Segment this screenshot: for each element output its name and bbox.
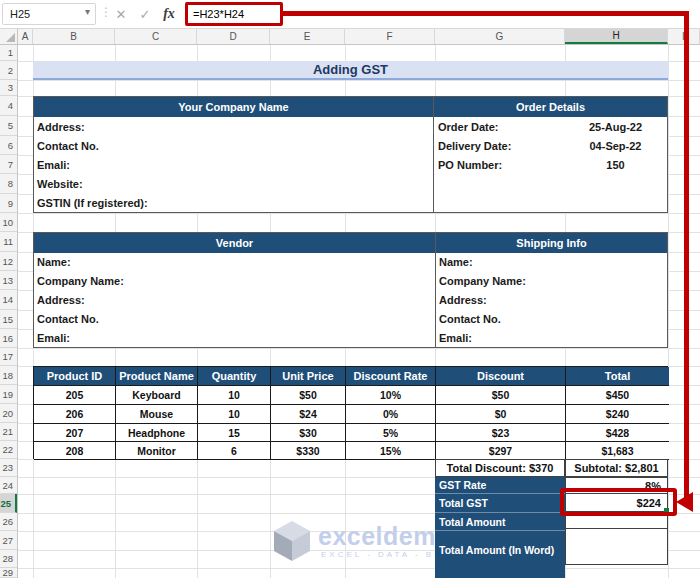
formula-input[interactable]: =H23*H24 [185, 2, 283, 26]
cell-r3-rate[interactable]: 5% [346, 424, 436, 442]
column-header-c[interactable]: C [115, 29, 197, 44]
column-header-h[interactable]: H [565, 29, 668, 44]
column-header-g[interactable]: G [435, 29, 565, 44]
cell-r2-discount[interactable]: $0 [436, 405, 566, 424]
col-total[interactable]: Total [566, 367, 669, 386]
row-header-29[interactable]: 29 [0, 568, 17, 578]
cell-r3-id[interactable]: 207 [34, 424, 116, 442]
subtotal-cell[interactable]: Subtotal: $2,801 [565, 459, 668, 477]
vendor-field-contact[interactable]: Contact No. [34, 309, 435, 328]
row-header-1[interactable]: 1 [0, 45, 17, 61]
shipping-field-address[interactable]: Address: [436, 291, 667, 310]
vendor-field-address[interactable]: Address: [34, 291, 435, 310]
cell-r2-qty[interactable]: 10 [198, 405, 271, 424]
delivery-date-row[interactable]: Delivery Date: 04-Sep-22 [434, 136, 667, 155]
gst-rate-label[interactable]: GST Rate [435, 477, 565, 494]
vendor-field-email[interactable]: Emali: [34, 328, 435, 347]
enter-icon[interactable]: ✓ [134, 4, 156, 24]
row-header-20[interactable]: 20 [0, 404, 17, 423]
cell-r4-rate[interactable]: 15% [346, 442, 436, 460]
col-discount[interactable]: Discount [436, 367, 566, 386]
select-all-corner[interactable] [0, 29, 18, 44]
shipping-field-email[interactable]: Emali: [436, 328, 667, 347]
company-field-gstin[interactable]: GSTIN (If registered): [34, 193, 433, 212]
cell-r1-total[interactable]: $450 [566, 386, 669, 405]
cell-r1-discount[interactable]: $50 [436, 386, 566, 405]
vendor-header[interactable]: Vendor [34, 233, 435, 253]
row-header-25[interactable]: 25 [0, 494, 17, 513]
row-header-22[interactable]: 22 [0, 441, 17, 459]
company-field-contact[interactable]: Contact No. [34, 136, 433, 155]
cell-r4-qty[interactable]: 6 [198, 442, 271, 460]
row-header-14[interactable]: 14 [0, 290, 17, 310]
cell-r2-price[interactable]: $24 [271, 405, 346, 424]
cell-r4-total[interactable]: $1,683 [566, 442, 669, 460]
row-header-17[interactable]: 17 [0, 348, 17, 366]
row-header-13[interactable]: 13 [0, 271, 17, 290]
vendor-field-name[interactable]: Name: [34, 253, 435, 272]
row-header-18[interactable]: 18 [0, 366, 17, 385]
col-product-name[interactable]: Product Name [116, 367, 198, 386]
row-header-23[interactable]: 23 [0, 459, 17, 477]
row-header-5[interactable]: 5 [0, 116, 17, 136]
row-header-19[interactable]: 19 [0, 385, 17, 404]
total-gst-label[interactable]: Total GST [435, 494, 565, 513]
row-header-6[interactable]: 6 [0, 136, 17, 155]
cell-r1-price[interactable]: $50 [271, 386, 346, 405]
column-header-d[interactable]: D [197, 29, 270, 44]
cell-r3-price[interactable]: $30 [271, 424, 346, 442]
col-quantity[interactable]: Quantity [198, 367, 271, 386]
total-amount-label[interactable]: Total Amount [435, 513, 565, 531]
company-field-address[interactable]: Address: [34, 117, 433, 136]
order-date-row[interactable]: Order Date: 25-Aug-22 [434, 117, 667, 136]
cell-r2-id[interactable]: 206 [34, 405, 116, 424]
col-discount-rate[interactable]: Discount Rate [346, 367, 436, 386]
cell-r3-discount[interactable]: $23 [436, 424, 566, 442]
row-header-28[interactable]: 28 [0, 550, 17, 568]
row-header-7[interactable]: 7 [0, 155, 17, 174]
cell-r3-total[interactable]: $428 [566, 424, 669, 442]
total-discount-cell[interactable]: Total Discount: $370 [435, 459, 565, 477]
row-header-11[interactable]: 11 [0, 232, 17, 252]
insert-function-icon[interactable]: fx [158, 4, 180, 24]
vendor-field-company[interactable]: Company Name: [34, 272, 435, 291]
row-header-27[interactable]: 27 [0, 531, 17, 550]
row-header-15[interactable]: 15 [0, 310, 17, 329]
sheet-title[interactable]: Adding GST [33, 61, 668, 80]
cancel-icon[interactable]: ✕ [110, 4, 132, 24]
row-header-3[interactable]: 3 [0, 80, 17, 96]
row-header-4[interactable]: 4 [0, 96, 17, 116]
cell-r4-id[interactable]: 208 [34, 442, 116, 460]
column-header-b[interactable]: B [33, 29, 115, 44]
col-unit-price[interactable]: Unit Price [271, 367, 346, 386]
cell-r3-qty[interactable]: 15 [198, 424, 271, 442]
chevron-down-icon[interactable]: ▾ [85, 6, 90, 17]
shipping-field-name[interactable]: Name: [436, 253, 667, 272]
col-product-id[interactable]: Product ID [34, 367, 116, 386]
total-amount-in-word-value[interactable] [565, 528, 668, 565]
row-header-16[interactable]: 16 [0, 329, 17, 348]
row-header-12[interactable]: 12 [0, 252, 17, 271]
row-header-26[interactable]: 26 [0, 513, 17, 531]
cell-r1-name[interactable]: Keyboard [116, 386, 198, 405]
cell-r2-name[interactable]: Mouse [116, 405, 198, 424]
row-header-21[interactable]: 21 [0, 423, 17, 441]
row-header-8[interactable]: 8 [0, 174, 17, 194]
row-header-24[interactable]: 24 [0, 477, 17, 494]
po-number-row[interactable]: PO Number: 150 [434, 155, 667, 174]
cell-r1-qty[interactable]: 10 [198, 386, 271, 405]
column-header-f[interactable]: F [345, 29, 435, 44]
row-header-2[interactable]: 2 [0, 61, 17, 80]
company-header[interactable]: Your Company Name [34, 97, 433, 117]
total-amount-in-word-label[interactable]: Total Amount (In Word) [435, 531, 565, 568]
shipping-field-company[interactable]: Company Name: [436, 272, 667, 291]
column-header-e[interactable]: E [270, 29, 345, 44]
cell-r1-id[interactable]: 205 [34, 386, 116, 405]
name-box[interactable]: H25 ▾ [2, 3, 96, 25]
row-header-10[interactable]: 10 [0, 213, 17, 232]
cell-r2-rate[interactable]: 0% [346, 405, 436, 424]
company-field-email[interactable]: Emali: [34, 155, 433, 174]
order-header[interactable]: Order Details [434, 97, 667, 117]
cell-r4-price[interactable]: $330 [271, 442, 346, 460]
row-header-9[interactable]: 9 [0, 194, 17, 213]
